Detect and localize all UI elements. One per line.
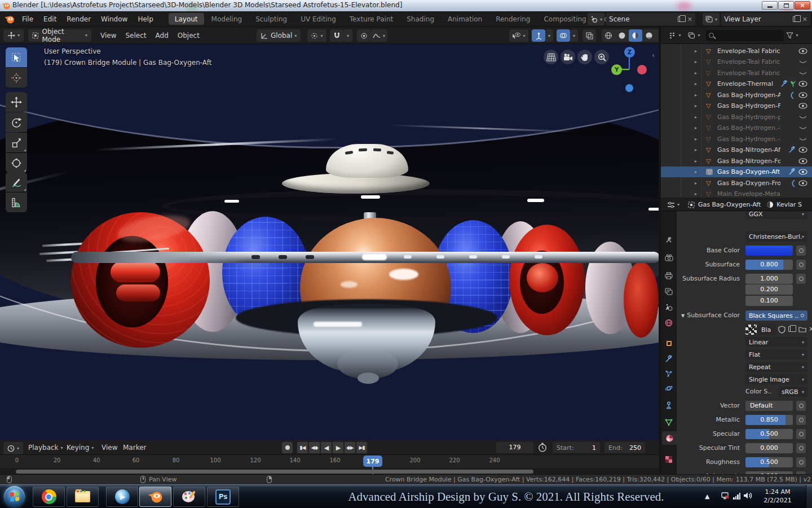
menu-keying[interactable]: Keying▾	[67, 440, 94, 455]
eye-closed-icon[interactable]	[798, 59, 807, 65]
outliner-row[interactable]: ▸▽Gas Bag-Hydrogen-pointed-l	[661, 112, 812, 122]
tab-rendering[interactable]: Rendering	[489, 13, 536, 25]
outliner-row[interactable]: ▸▽Gas Bag-Oxygen-Front	[661, 178, 812, 189]
new-scene-icon[interactable]	[678, 16, 683, 22]
snap-dropdown[interactable]: ▾	[343, 29, 352, 42]
tab-world[interactable]	[662, 316, 676, 330]
outliner-row[interactable]: ▸▽Envelope-Teal Fabric-with o	[661, 56, 812, 67]
shading-material-preview-button[interactable]	[629, 29, 642, 42]
tool-transform[interactable]	[6, 153, 27, 173]
remove-view-layer-icon[interactable]: ✕	[802, 16, 807, 23]
keyframe-dot[interactable]	[796, 401, 806, 411]
tab-layout[interactable]: Layout	[169, 13, 204, 25]
expand-icon[interactable]: ▸	[695, 81, 697, 86]
taskbar-chrome[interactable]	[33, 487, 65, 507]
tab-texture[interactable]	[662, 453, 676, 466]
tab-uv-editing[interactable]: UV Editing	[294, 13, 342, 25]
outliner-row[interactable]: ▸▽Gas Bag-Nitrogen-Aft	[661, 144, 812, 155]
tool-measure[interactable]	[6, 192, 27, 212]
breadcrumb-material[interactable]: Kevlar S	[776, 201, 802, 208]
keyframe-dot[interactable]	[796, 429, 806, 439]
outliner-row[interactable]: ▸▽Envelope-Teal Fabric-with o	[661, 68, 812, 78]
tab-object[interactable]	[662, 336, 676, 350]
eye-open-icon[interactable]	[798, 158, 807, 164]
outliner-display-mode-dropdown[interactable]: ▾	[665, 29, 685, 42]
outliner-row[interactable]: ▸▽Main Envelope-Metalic Tool	[661, 189, 812, 198]
expand-icon[interactable]: ▸	[695, 147, 697, 152]
current-frame-field[interactable]: 179	[496, 442, 533, 453]
subsurface-method-dropdown[interactable]: Christensen-Burl..▾	[745, 231, 807, 242]
shading-solid-button[interactable]	[615, 29, 629, 42]
tab-view-layer[interactable]	[662, 284, 676, 298]
specular-slider[interactable]: 0.500	[745, 429, 793, 439]
use-preview-range-icon[interactable]	[538, 443, 547, 452]
taskbar-explorer[interactable]	[67, 487, 99, 507]
tool-scale[interactable]	[6, 133, 27, 152]
keyframe-dot[interactable]	[796, 457, 806, 467]
fake-user-shield-icon[interactable]	[778, 326, 785, 334]
gizmo-z-axis[interactable]: Z	[624, 47, 635, 58]
expand-icon[interactable]: ▸	[695, 71, 697, 76]
eye-open-icon[interactable]	[798, 147, 807, 153]
tab-modeling[interactable]: Modeling	[205, 13, 249, 25]
keyframe-dot[interactable]	[796, 443, 806, 453]
overlays-dropdown[interactable]: ▾	[570, 29, 578, 42]
timeline-ruler[interactable]: 0 20 40 60 80 100 120 140 160 200 220 24…	[0, 455, 659, 468]
scene-selector[interactable]: Scene ✕	[606, 13, 695, 25]
show-desktop-button[interactable]	[806, 485, 812, 508]
projection-dropdown[interactable]: Flat▾	[745, 349, 807, 360]
subsurface-radius-y[interactable]: 0.200	[745, 284, 793, 295]
vector-field[interactable]: Default	[745, 401, 793, 411]
tab-constraints[interactable]	[662, 398, 676, 412]
navigation-gizmo[interactable]: Z Y	[564, 44, 659, 106]
modifier-wrench-icon[interactable]	[780, 80, 788, 87]
menu-window[interactable]: Window	[96, 11, 133, 27]
tab-physics[interactable]	[662, 382, 676, 395]
window-titlebar[interactable]: Blender [L:\Ideas\Astrofetus Project\Sta…	[0, 0, 812, 11]
properties-editor-type-button[interactable]: ▾	[663, 199, 683, 211]
modifier-wrench-icon[interactable]	[788, 146, 796, 154]
taskbar-blender-active[interactable]	[139, 487, 171, 507]
viewport-canvas[interactable]	[0, 44, 659, 440]
menu-view[interactable]: View	[96, 27, 121, 44]
transform-orientation-dropdown[interactable]: Global ▾	[257, 29, 301, 42]
taskbar-photoshop[interactable]: Ps	[207, 487, 239, 507]
expand-icon[interactable]: ▸	[695, 115, 697, 120]
tab-render[interactable]	[662, 251, 676, 264]
eye-closed-icon[interactable]	[798, 114, 807, 120]
eye-closed-icon[interactable]	[798, 70, 807, 76]
tab-tool[interactable]	[662, 233, 676, 246]
outliner-row[interactable]: ▸▽Gas Bag-Hydrogen.-Front-2\	[661, 122, 812, 133]
subsurface-radius-x[interactable]: 1.000	[745, 274, 793, 284]
menu-edit[interactable]: Edit	[38, 11, 61, 27]
show-overlays-toggle[interactable]	[557, 29, 570, 42]
jump-to-start-button[interactable]: ▮◀	[297, 442, 308, 453]
tab-output[interactable]	[662, 269, 676, 282]
roughness-slider[interactable]: 0.500	[745, 457, 793, 467]
view-layer-type-button[interactable]: ▾	[703, 13, 720, 25]
outliner-row[interactable]: ▸▽Gas Bag-Hydrogen-Forward	[661, 100, 812, 111]
expand-icon[interactable]: ▸	[695, 125, 697, 130]
tab-compositing[interactable]: Compositing	[537, 13, 592, 25]
tray-network-icon[interactable]	[721, 491, 730, 500]
tab-modifiers[interactable]	[662, 352, 676, 366]
eye-open-icon[interactable]	[798, 169, 807, 175]
tray-signal-icon[interactable]	[733, 493, 740, 500]
expand-icon[interactable]: ▸	[695, 137, 697, 142]
expand-icon[interactable]: ▸	[695, 191, 697, 196]
play-reverse-button[interactable]: ◀	[321, 442, 332, 453]
eye-open-icon[interactable]	[798, 92, 807, 98]
gizmo-x-axis[interactable]	[637, 65, 647, 75]
eye-open-icon[interactable]	[798, 103, 807, 109]
panel-divider[interactable]	[659, 27, 661, 474]
taskbar-paint[interactable]	[173, 487, 205, 507]
metallic-slider[interactable]: 0.850	[745, 415, 793, 425]
menu-timeline-view[interactable]: View	[102, 440, 117, 455]
tool-cursor[interactable]	[6, 68, 27, 87]
xray-toggle[interactable]	[582, 29, 596, 42]
source-dropdown[interactable]: Single Image▾	[745, 374, 807, 384]
keyframe-dot[interactable]	[801, 314, 804, 317]
modifier-wrench-icon[interactable]	[788, 168, 796, 176]
expand-icon[interactable]: ▸	[695, 59, 697, 64]
minimize-button[interactable]	[762, 1, 778, 10]
